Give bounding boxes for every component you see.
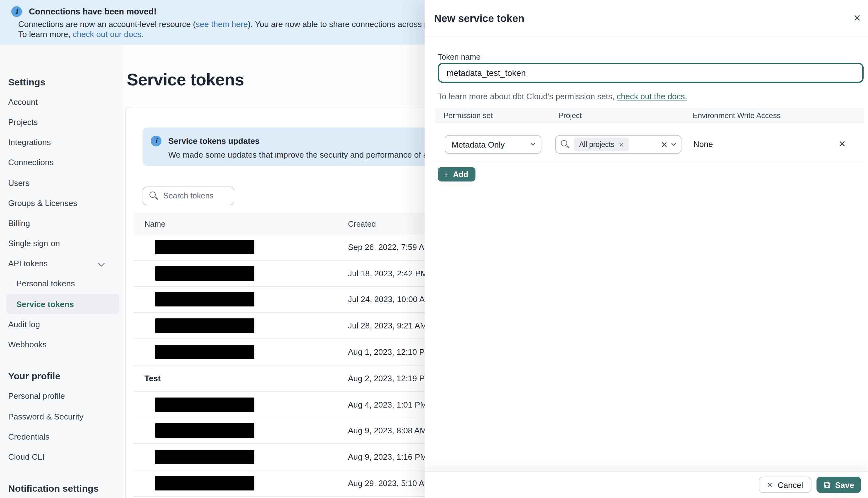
search-tokens-box: [143, 186, 234, 205]
chevron-down-icon: [531, 141, 535, 146]
column-header-created: Created: [348, 220, 376, 228]
plus-icon: +: [444, 169, 448, 179]
sidebar-heading-notification-settings: Notification settings: [0, 478, 123, 498]
chip-remove-icon[interactable]: ✕: [619, 141, 624, 148]
search-icon: [561, 140, 570, 149]
sidebar-item-projects[interactable]: Projects: [0, 112, 123, 132]
sidebar-item-account[interactable]: Account: [0, 92, 123, 112]
save-button[interactable]: Save: [816, 477, 861, 493]
save-button-label: Save: [835, 480, 854, 489]
see-them-here-link[interactable]: see them here: [196, 19, 248, 29]
sidebar-item-credentials[interactable]: Credentials: [0, 427, 123, 446]
chevron-down-icon: [671, 141, 676, 146]
redacted-token-name: [155, 423, 254, 438]
column-header-name: Name: [134, 220, 348, 228]
token-name-input[interactable]: [438, 63, 864, 83]
page-title: Service tokens: [127, 70, 244, 90]
info-icon: i: [151, 136, 161, 146]
redacted-token-name: [155, 240, 254, 254]
info-icon: i: [11, 6, 22, 17]
created-cell: Jul 18, 2023, 2:42 PM P: [348, 268, 435, 278]
banner-title: Connections have been moved!: [29, 7, 157, 16]
drawer-title: New service token: [434, 13, 524, 25]
redacted-token-name: [155, 476, 254, 490]
redacted-token-name: [155, 266, 254, 280]
add-permission-button[interactable]: + Add: [438, 167, 475, 182]
drawer-footer: ✕ Cancel Save: [424, 471, 868, 498]
drawer-header: New service token ✕: [424, 0, 868, 36]
check-out-the-docs-link[interactable]: check out the docs.: [617, 92, 687, 101]
token-name-cell: Test: [134, 374, 348, 383]
permission-sets-note: To learn more about dbt Cloud's permissi…: [438, 92, 687, 101]
project-chip: All projects✕: [574, 137, 629, 151]
row-divider: [430, 161, 863, 161]
sidebar-heading-settings: Settings: [0, 71, 123, 92]
banner-line1-prefix: Connections are now an account-level res…: [18, 19, 196, 29]
sidebar-item-webhooks[interactable]: Webhooks: [0, 335, 123, 354]
sidebar-item-audit-log[interactable]: Audit log: [0, 314, 123, 335]
notice-title: Service tokens updates: [168, 136, 259, 146]
settings-sidebar: Settings Account Projects Integrations C…: [0, 44, 123, 498]
sidebar-item-password-security[interactable]: Password & Security: [0, 406, 123, 427]
sidebar-item-single-sign-on[interactable]: Single sign-on: [0, 233, 123, 253]
sidebar-item-users[interactable]: Users: [0, 173, 123, 193]
redacted-token-name: [155, 397, 254, 412]
sidebar-item-groups-licenses[interactable]: Groups & Licenses: [0, 193, 123, 213]
note-prefix: To learn more about dbt Cloud's permissi…: [438, 92, 617, 101]
sidebar-item-integrations[interactable]: Integrations: [0, 132, 123, 152]
new-service-token-drawer: New service token ✕ Token name To learn …: [424, 0, 868, 498]
sidebar-item-service-tokens[interactable]: Service tokens: [6, 294, 119, 314]
remove-row-icon[interactable]: ✕: [839, 140, 846, 148]
permission-set-select[interactable]: Metadata Only: [445, 135, 541, 154]
permissions-table-header: Permission set Project Environment Write…: [435, 108, 864, 123]
cancel-button[interactable]: ✕ Cancel: [759, 477, 811, 493]
banner-text-line2: To learn more, check out our docs.: [18, 29, 144, 39]
sidebar-item-api-tokens[interactable]: API tokens: [0, 253, 123, 274]
redacted-token-name: [155, 292, 254, 307]
created-cell: Jul 24, 2023, 10:00 AM: [348, 295, 432, 304]
search-icon: [149, 192, 158, 200]
permission-set-value: Metadata Only: [451, 140, 505, 149]
add-button-label: Add: [453, 170, 468, 179]
redacted-token-name: [155, 319, 254, 333]
check-out-our-docs-link[interactable]: check out our docs.: [73, 29, 143, 39]
save-icon: [823, 481, 831, 488]
created-cell: Jul 28, 2023, 9:21 AM P: [348, 321, 435, 331]
project-multiselect[interactable]: All projects✕ ✕: [555, 135, 682, 154]
project-chip-label: All projects: [579, 141, 615, 148]
sidebar-item-billing[interactable]: Billing: [0, 213, 123, 233]
banner-line2-prefix: To learn more,: [18, 29, 73, 39]
redacted-token-name: [155, 450, 254, 464]
sidebar-item-personal-tokens[interactable]: Personal tokens: [0, 274, 123, 294]
clear-icon[interactable]: ✕: [661, 140, 668, 148]
column-header-permission-set: Permission set: [444, 111, 493, 120]
search-input[interactable]: [163, 192, 226, 200]
column-header-project: Project: [558, 111, 582, 120]
sidebar-item-api-tokens-label: API tokens: [8, 259, 48, 268]
sidebar-heading-your-profile: Your profile: [0, 366, 123, 386]
close-icon[interactable]: ✕: [853, 13, 861, 23]
token-name-label: Token name: [438, 53, 481, 62]
sidebar-item-cloud-cli[interactable]: Cloud CLI: [0, 447, 123, 467]
redacted-token-name: [155, 345, 254, 359]
chevron-down-icon: [98, 260, 105, 266]
x-icon: ✕: [767, 481, 773, 488]
cancel-button-label: Cancel: [778, 480, 803, 489]
column-header-environment-write-access: Environment Write Access: [693, 111, 781, 120]
dbt-cloud-settings-page: i Connections have been moved! Connectio…: [0, 0, 868, 498]
sidebar-item-personal-profile[interactable]: Personal profile: [0, 386, 123, 406]
sidebar-item-connections[interactable]: Connections: [0, 153, 123, 173]
environment-write-access-value: None: [693, 140, 713, 149]
